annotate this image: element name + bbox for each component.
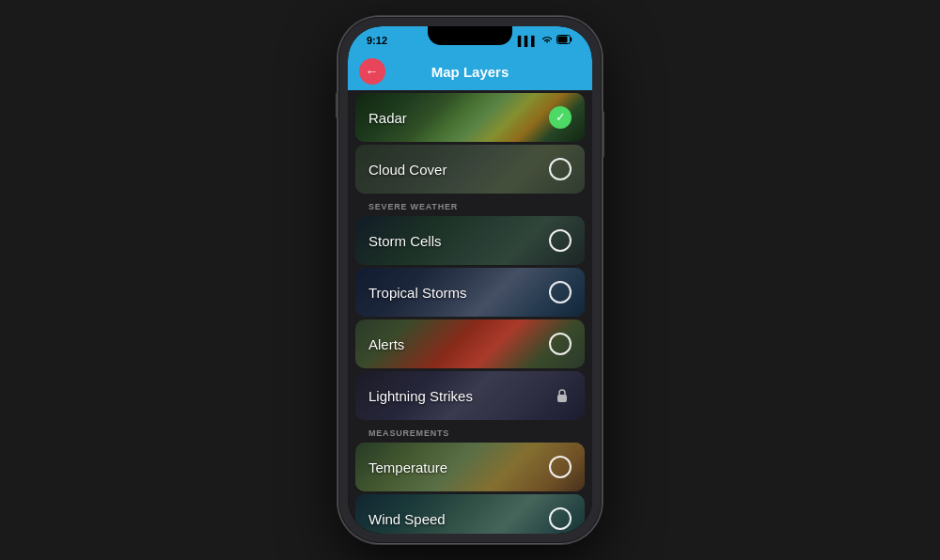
tropical-content: Tropical Storms — [355, 268, 585, 317]
severe-weather-section-label: SEVERE WEATHER — [348, 196, 592, 213]
back-button[interactable]: ← — [359, 58, 385, 85]
layer-item-lightning-strikes[interactable]: Lightning Strikes — [355, 371, 585, 420]
layer-item-temperature[interactable]: Temperature — [355, 443, 585, 491]
cloud-cover-label: Cloud Cover — [368, 162, 446, 178]
cloud-content: Cloud Cover — [355, 145, 585, 194]
layer-item-wind-speed[interactable]: Wind Speed — [355, 494, 585, 534]
phone-screen: 9:12 ▌▌▌ — [348, 26, 592, 534]
status-time: 9:12 — [367, 35, 387, 46]
alerts-content: Alerts — [355, 319, 585, 368]
wind-speed-label: Wind Speed — [368, 511, 446, 527]
alerts-toggle[interactable] — [549, 333, 572, 355]
cloud-cover-toggle[interactable] — [549, 158, 572, 180]
storm-cells-toggle[interactable] — [549, 229, 572, 252]
wind-speed-toggle[interactable] — [549, 507, 572, 530]
tropical-storms-label: Tropical Storms — [368, 285, 466, 301]
header-title: Map Layers — [431, 64, 509, 80]
temperature-label: Temperature — [368, 459, 447, 475]
radar-label: Radar — [368, 110, 407, 126]
header: ← Map Layers — [348, 53, 592, 90]
signal-icon: ▌▌▌ — [518, 36, 538, 46]
status-icons: ▌▌▌ — [518, 35, 573, 46]
alerts-label: Alerts — [368, 336, 404, 352]
layers-list[interactable]: Radar Cloud Cover SEVERE WEATHER — [348, 90, 592, 534]
radar-content: Radar — [355, 93, 585, 142]
wifi-icon — [541, 35, 553, 46]
notch — [428, 26, 512, 45]
tropical-storms-toggle[interactable] — [549, 281, 572, 303]
layer-item-radar[interactable]: Radar — [355, 93, 585, 142]
measurements-section-label: MEASUREMENTS — [348, 423, 592, 440]
storm-content: Storm Cells — [355, 216, 585, 265]
lightning-strikes-label: Lightning Strikes — [368, 388, 473, 404]
temp-content: Temperature — [355, 443, 585, 491]
phone-frame: 9:12 ▌▌▌ — [338, 17, 602, 543]
battery-icon — [556, 35, 573, 46]
radar-toggle[interactable] — [549, 106, 572, 129]
storm-cells-label: Storm Cells — [368, 233, 442, 249]
lightning-content: Lightning Strikes — [355, 371, 585, 420]
svg-rect-2 — [557, 395, 567, 402]
layer-item-tropical-storms[interactable]: Tropical Storms — [355, 268, 585, 317]
back-arrow-icon: ← — [366, 65, 379, 78]
windspeed-content: Wind Speed — [355, 494, 585, 534]
layer-item-cloud-cover[interactable]: Cloud Cover — [355, 145, 585, 194]
layer-item-storm-cells[interactable]: Storm Cells — [355, 216, 585, 265]
lightning-lock-icon — [553, 386, 572, 405]
temperature-toggle[interactable] — [549, 456, 572, 478]
svg-rect-1 — [558, 37, 568, 43]
screen-content: 9:12 ▌▌▌ — [348, 26, 592, 534]
layer-item-alerts[interactable]: Alerts — [355, 319, 585, 368]
